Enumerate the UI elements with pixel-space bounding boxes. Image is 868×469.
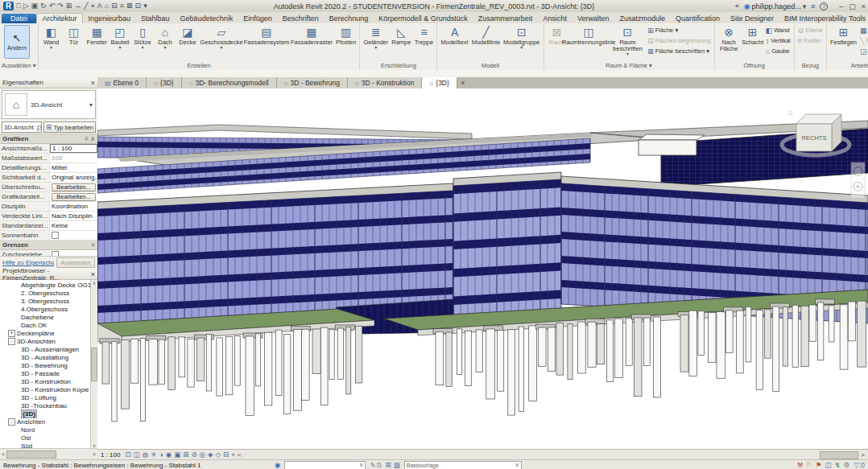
crop-view-icon[interactable]: ▣ xyxy=(174,451,180,459)
scroll-right-icon[interactable]: > xyxy=(93,451,96,457)
property-value[interactable]: 1 : 100 xyxy=(50,144,97,153)
unlock-view-icon[interactable]: ⊘ xyxy=(191,451,196,459)
ribbon-button-anzeigen[interactable]: ▦Anzeigen xyxy=(860,25,868,35)
shadows-icon[interactable]: ◑ xyxy=(159,451,163,459)
ribbon-tab-k-rpermodell-grundst-ck[interactable]: Körpermodell & Grundstück xyxy=(374,14,473,23)
close-hidden-windows-icon[interactable]: ⊠ xyxy=(126,2,133,10)
open-file-icon[interactable]: ▷ xyxy=(23,2,29,10)
save-icon[interactable]: ▣ xyxy=(31,2,39,10)
expand-icon[interactable]: + xyxy=(8,330,15,337)
design-option-combo[interactable]: Basisvorlage ∨ xyxy=(404,461,522,469)
ribbon-tab-berechnung[interactable]: Berechnung xyxy=(324,14,374,23)
view-tab-3d-berechnungsmodell[interactable]: ⌂3D- Berechnungsmodell xyxy=(182,77,277,88)
instance-combo[interactable]: 3D-Ansicht: {3I ∨ xyxy=(2,121,42,133)
tree-item[interactable]: 3D - Konstruktion Kopie xyxy=(0,385,97,393)
close-icon[interactable]: × xyxy=(91,79,95,87)
temporary-hide-icon[interactable]: ◎ xyxy=(200,451,205,459)
property-value[interactable]: 100 xyxy=(50,154,97,163)
new-file-icon[interactable]: □ xyxy=(16,2,20,10)
checkbox[interactable] xyxy=(52,232,59,239)
scroll-up-icon[interactable]: ∧ xyxy=(93,280,96,286)
ribbon-button-bauteil[interactable]: ◰Bauteil▾ xyxy=(109,24,131,50)
modify-button[interactable]: ↖Ändern xyxy=(4,25,30,59)
ribbon-button-festlegen[interactable]: ⊞Festlegen xyxy=(829,24,858,46)
select-links-icon[interactable]: ◫ xyxy=(825,462,832,469)
tree-item[interactable]: Dachebene xyxy=(0,313,97,321)
tree-item[interactable]: 4.Obergeschoss xyxy=(0,305,97,313)
tree-item[interactable]: 3D - Konstruktion xyxy=(0,377,97,385)
text-icon[interactable]: A xyxy=(97,2,102,10)
tree-item[interactable]: 3D - Lüftung xyxy=(0,393,97,401)
worksets-icon[interactable]: ⊞ xyxy=(386,462,391,469)
app-store-icon[interactable]: ¤ xyxy=(811,2,815,10)
tree-item[interactable]: Ost xyxy=(0,434,97,442)
tree-item[interactable]: {3D} xyxy=(0,409,97,418)
ribbon-button-nach-fl-che[interactable]: ⊗Nach Fläche xyxy=(717,24,742,52)
section-icon[interactable]: ⊟ xyxy=(111,2,118,10)
property-value[interactable]: Mittel xyxy=(50,163,97,172)
viewcube-face-label[interactable]: RECHTS xyxy=(802,134,827,142)
undo-icon[interactable]: ↶ xyxy=(49,2,56,10)
ribbon-button-wand[interactable]: ◧Wand▾ xyxy=(40,24,63,50)
tree-item[interactable]: -Ansichten xyxy=(0,418,97,426)
tree-item[interactable]: 3D - Aussenanlagen xyxy=(0,345,97,353)
ribbon-tab-bim-interoperability-tools[interactable]: BIM Interoperability Tools xyxy=(779,14,868,23)
property-value[interactable]: Original anzeig... xyxy=(50,173,97,182)
ribbon-button-fassadenraster[interactable]: ▦Fassadenraster xyxy=(289,24,334,46)
drawing-area[interactable]: RECHTS ⌂ xyxy=(97,88,868,449)
property-value[interactable] xyxy=(50,231,97,240)
property-value[interactable]: Bearbeiten... xyxy=(50,192,97,201)
property-value[interactable] xyxy=(50,250,97,256)
ribbon-button-gel-nder[interactable]: ≣Geländer▾ xyxy=(362,24,390,50)
tree-item[interactable]: 3D - Ausstattung xyxy=(0,353,97,361)
ribbon-tab-beschriften[interactable]: Beschriften xyxy=(277,14,324,23)
tree-item[interactable]: Abgehängte Decke OG1 xyxy=(0,281,97,289)
ribbon-button-fenster[interactable]: ▦Fenster xyxy=(85,24,109,46)
restore-button[interactable]: ▢ xyxy=(849,2,856,10)
file-tab[interactable]: Datei xyxy=(2,14,36,23)
property-value[interactable]: Bearbeiten... xyxy=(50,183,97,191)
ribbon-button-fl-che[interactable]: ⊞Fläche ▾ xyxy=(647,25,710,35)
displace-elements-icon[interactable]: ⊟ xyxy=(223,451,229,459)
ribbon-button-dach[interactable]: ⌂Dach▾ xyxy=(154,24,176,50)
ribbon-button-decke[interactable]: ◪Decke xyxy=(176,24,199,46)
show-crop-icon[interactable]: ⊞ xyxy=(183,451,188,459)
aligned-dimension-icon[interactable]: ╱ xyxy=(84,2,88,10)
ribbon-button-t-r[interactable]: ◫Tür xyxy=(63,24,85,46)
tree-item[interactable]: 3D - Fassade xyxy=(0,369,97,377)
close-icon[interactable]: × xyxy=(91,270,95,278)
ribbon-button-wand[interactable]: ◧Wand xyxy=(766,25,791,35)
close-button[interactable]: × xyxy=(862,2,866,10)
revit-logo[interactable]: R xyxy=(3,2,14,10)
close-view-tab-icon[interactable]: × xyxy=(457,77,469,88)
ribbon-button-rampe[interactable]: ◺Rampe xyxy=(390,24,412,46)
select-by-face-icon[interactable]: ⚙ xyxy=(844,462,850,469)
ribbon-button-st-tze[interactable]: ▯Stütze▾ xyxy=(131,24,154,50)
navigation-bar[interactable] xyxy=(851,163,865,198)
ribbon-button-viewer[interactable]: ◲Viewer xyxy=(860,46,868,56)
view-tab-ebene-0[interactable]: ▤Ebene 0 xyxy=(97,77,147,88)
ribbon-tab-verwalten[interactable]: Verwalten xyxy=(572,14,614,23)
tree-item[interactable]: Dach OK xyxy=(0,321,97,329)
tree-item[interactable]: 3. Obergeschoss xyxy=(0,297,97,305)
scroll-down-icon[interactable]: ∨ xyxy=(93,442,96,448)
view-tab-3d-konstruktion[interactable]: ⌂3D - Konstruktion xyxy=(348,77,423,88)
ribbon-tab-quantification[interactable]: Quantification xyxy=(670,14,725,23)
user-menu[interactable]: ◉ philipp.haged... ▾ xyxy=(744,2,806,10)
editable-only-icon[interactable]: ◉ xyxy=(275,462,280,469)
editable-elements-icon[interactable]: ✎:0 xyxy=(370,462,381,469)
design-options-icon[interactable]: ▨ xyxy=(394,462,400,469)
sun-path-icon[interactable]: ☀ xyxy=(151,451,157,459)
ribbon-button-raumtrennungslinie[interactable]: ◫Raumtrennungslinie xyxy=(568,24,610,46)
tag-icon[interactable]: ⌖ xyxy=(91,2,95,10)
press-drag-icon[interactable]: ⚑ xyxy=(816,462,822,469)
ribbon-button-modellgruppe[interactable]: ⊡Modellgruppe▾ xyxy=(502,24,541,50)
properties-section-grafiken[interactable]: Grafiken≡ ∧ xyxy=(0,134,97,144)
ribbon-button-gaube[interactable]: ⌂Gaube xyxy=(766,46,791,56)
ribbon-tab-architektur[interactable]: Architektur xyxy=(36,13,83,23)
ribbon-button-geschossdecke[interactable]: ▱Geschossdecke▾ xyxy=(199,24,244,50)
tree-item[interactable]: 2. Obergeschoss xyxy=(0,289,97,297)
worksharing-display-icon[interactable]: ◇ xyxy=(215,451,221,459)
crop-region-icon[interactable]: ⊡ xyxy=(125,451,130,459)
redo-icon[interactable]: ↷ xyxy=(57,2,64,10)
